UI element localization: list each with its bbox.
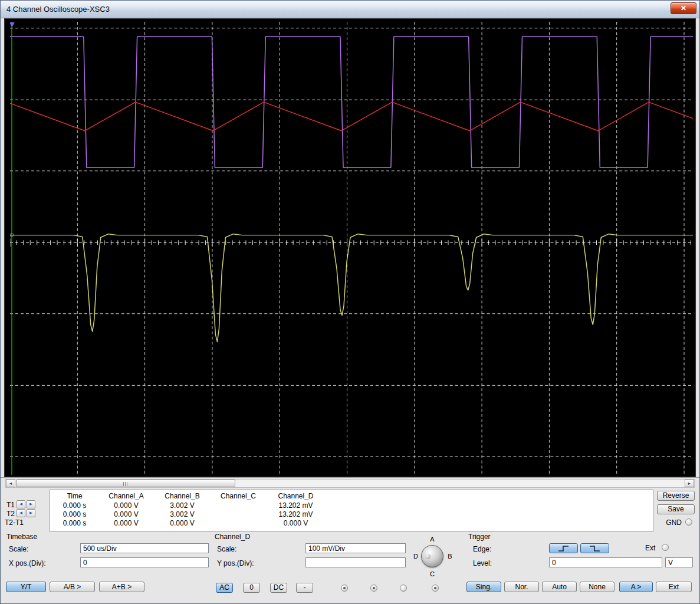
t2-channel-d: 13.202 mV: [265, 510, 327, 518]
knob-label-a: A: [428, 536, 436, 543]
trigger-level-input[interactable]: [549, 557, 662, 567]
timebase-group-title: Timebase: [6, 533, 37, 541]
timebase-xpos-input[interactable]: [80, 557, 209, 567]
column-header-channel-b: Channel_B: [153, 492, 212, 500]
timebase-xpos-label: X pos.(Div):: [9, 559, 46, 567]
cursor-flag-icon[interactable]: [10, 22, 15, 27]
right-arrow-icon: ►: [688, 481, 692, 485]
channel-radio-3[interactable]: [400, 585, 407, 592]
trigger-ext-label: Ext: [645, 544, 655, 552]
trigger-edge-label: Edge:: [473, 545, 491, 553]
knob-label-c: C: [428, 570, 436, 577]
channel-ypos-input[interactable]: [305, 557, 406, 567]
t2t1-time: 0.000 s: [50, 519, 100, 527]
cursor-t1-label: T1: [6, 501, 15, 509]
rising-edge-icon: [557, 545, 570, 552]
channel-radio-2[interactable]: [370, 585, 377, 592]
coupling-ac-button[interactable]: AC: [216, 583, 233, 593]
ab-mode-button[interactable]: A/B >: [50, 582, 95, 592]
t1-time: 0.000 s: [50, 501, 100, 510]
trigger-ext-radio[interactable]: [662, 544, 669, 551]
t2-left-button[interactable]: ◄: [17, 509, 25, 517]
scope-display-area: [4, 18, 696, 477]
column-header-channel-a: Channel_A: [97, 492, 156, 500]
trigger-normal-button[interactable]: Nor.: [504, 582, 539, 592]
gnd-radio[interactable]: [685, 518, 692, 526]
knob-label-b: B: [446, 553, 454, 560]
t1-left-button[interactable]: ◄: [17, 500, 25, 508]
cursor-t2t1-label: T2-T1: [5, 518, 24, 527]
trace-channel-b-square: [10, 37, 693, 168]
right-arrow-icon: ►: [29, 510, 34, 516]
trigger-level-label: Level:: [473, 559, 492, 567]
scrollbar-left-button[interactable]: ◄: [6, 480, 15, 487]
channel-scale-label: Scale:: [217, 545, 236, 553]
column-header-channel-d: Channel_D: [265, 492, 327, 500]
rising-edge-button[interactable]: [549, 543, 578, 553]
trigger-level-unit[interactable]: [665, 557, 693, 567]
coupling-zero-button[interactable]: 0: [243, 583, 260, 593]
oscilloscope-window: 4 Channel Oscilloscope-XSC3 ✕ ◄ ► T1 ◄ ►…: [0, 0, 700, 604]
reverse-button[interactable]: Reverse: [657, 491, 695, 501]
trigger-ext-button[interactable]: Ext: [656, 582, 692, 592]
t1-channel-b: 3.002 V: [153, 501, 212, 510]
oscilloscope-screen: [10, 22, 693, 475]
t2-right-button[interactable]: ►: [27, 509, 35, 517]
trace-channel-d-spikes: [10, 234, 693, 342]
bottom-panel: ◄ ► T1 ◄ ► T2 ◄ ► T2-T1 Time Channel_A C…: [1, 477, 699, 603]
left-arrow-icon: ◄: [9, 481, 13, 485]
channel-select-knob[interactable]: [421, 545, 443, 567]
channel-radio-4[interactable]: [432, 585, 439, 592]
window-title: 4 Channel Oscilloscope-XSC3: [6, 5, 110, 14]
coupling-minus-button[interactable]: -: [296, 583, 313, 593]
trigger-a-button[interactable]: A >: [619, 582, 653, 592]
t1-channel-a: 0.000 V: [97, 501, 156, 510]
coupling-dc-button[interactable]: DC: [270, 583, 287, 593]
close-icon: ✕: [681, 4, 686, 12]
channel-ypos-label: Y pos.(Div):: [217, 559, 254, 567]
falling-edge-button[interactable]: [580, 543, 609, 553]
t2t1-channel-a: 0.000 V: [97, 519, 156, 527]
column-header-channel-c: Channel_C: [209, 492, 268, 500]
a-plus-b-mode-button[interactable]: A+B >: [99, 582, 144, 592]
scrollbar-thumb[interactable]: [16, 480, 235, 487]
knob-label-d: D: [412, 553, 420, 560]
falling-edge-icon: [589, 545, 602, 552]
trace-channel-a-triangle: [10, 102, 693, 131]
t2-channel-a: 0.000 V: [97, 510, 156, 518]
t2t1-channel-d: 0.000 V: [265, 519, 327, 527]
column-header-time: Time: [50, 492, 100, 500]
left-arrow-icon: ◄: [19, 510, 24, 516]
timebase-scale-input[interactable]: [80, 543, 209, 553]
timebase-scale-label: Scale:: [9, 545, 28, 553]
t2-channel-b: 3.002 V: [153, 510, 212, 518]
t1-right-button[interactable]: ►: [27, 500, 35, 508]
horizontal-scrollbar[interactable]: ◄ ►: [5, 479, 695, 488]
save-button[interactable]: Save: [657, 504, 695, 514]
scrollbar-right-button[interactable]: ►: [685, 480, 694, 487]
trigger-auto-button[interactable]: Auto: [542, 582, 577, 592]
trigger-none-button[interactable]: None: [580, 582, 614, 592]
left-arrow-icon: ◄: [19, 501, 24, 507]
gnd-label: GND: [666, 518, 682, 527]
yt-mode-button[interactable]: Y/T: [6, 582, 46, 592]
channel-scale-input[interactable]: [305, 543, 406, 553]
cursor-t2-label: T2: [6, 510, 15, 518]
trigger-group-title: Trigger: [468, 533, 491, 541]
t2t1-channel-b: 0.000 V: [153, 519, 212, 527]
scrollbar-grip-icon: [123, 482, 129, 486]
t1-channel-d: 13.202 mV: [265, 501, 327, 510]
right-arrow-icon: ►: [29, 501, 34, 507]
channel-radio-1[interactable]: [341, 585, 348, 592]
title-bar[interactable]: 4 Channel Oscilloscope-XSC3 ✕: [1, 1, 699, 18]
trigger-single-button[interactable]: Sing.: [466, 582, 501, 592]
t2-time: 0.000 s: [50, 510, 100, 518]
channel-group-title: Channel_D: [215, 533, 250, 541]
close-button[interactable]: ✕: [671, 2, 696, 14]
